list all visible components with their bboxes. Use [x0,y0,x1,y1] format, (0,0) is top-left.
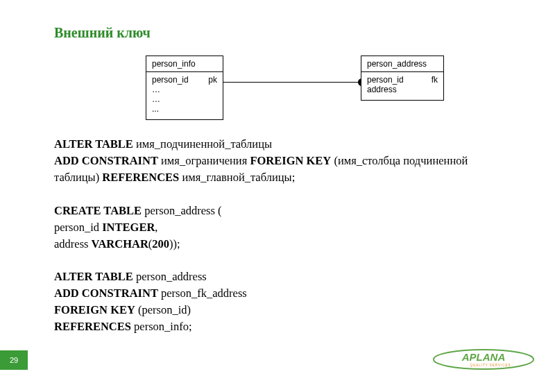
col-name: … [152,85,160,94]
entity-row: … [152,94,217,104]
col-name: address [367,85,397,94]
er-diagram: person_info person_id pk … … ... per [146,56,444,118]
slide-title: Внешний ключ [54,25,151,41]
code-line: таблицы) REFERENCES имя_главной_таблицы; [54,169,501,186]
code-line: person_id INTEGER, [54,219,501,236]
aplana-logo: APLANA QUALITY SERVICES [432,348,536,371]
entity-row: person_id pk [152,75,217,85]
code-line: ADD CONSTRAINT имя_ограничения FOREIGN K… [54,153,501,169]
entity-header: person_info [146,56,223,72]
col-name: ... [152,104,159,114]
col-key: pk [208,75,217,85]
entity-row: address [367,85,438,94]
logo-subtext: QUALITY SERVICES [470,364,511,367]
entity-row: … [152,85,217,94]
page-number-badge: 29 [0,350,28,370]
code-line: ADD CONSTRAINT person_fk_address [54,285,501,302]
entity-body: person_id fk address [361,72,443,100]
code-line: address VARCHAR(200)); [54,236,501,253]
col-key: fk [432,75,438,85]
col-name: person_id [152,75,189,85]
entity-body: person_id pk … … ... [146,72,223,119]
entity-person-address: person_address person_id fk address [361,56,444,101]
code-blank [54,186,501,203]
slide: Внешний ключ person_info person_id pk … … [0,0,555,392]
code-blank [54,252,501,269]
entity-header: person_address [361,56,443,72]
entity-row: ... [152,104,217,114]
entity-row: person_id fk [367,75,438,85]
sql-code-block: ALTER TABLE имя_подчиненной_таблицы ADD … [54,136,501,335]
logo-text: APLANA [461,351,506,363]
col-name: … [152,94,160,104]
code-line: CREATE TABLE person_address ( [54,203,501,219]
code-line: ALTER TABLE имя_подчиненной_таблицы [54,136,501,153]
entity-person-info: person_info person_id pk … … ... [146,56,223,120]
code-line: ALTER TABLE person_address [54,269,501,285]
relationship-line [223,82,361,83]
col-name: person_id [367,75,404,85]
code-line: FOREIGN KEY (person_id) [54,302,501,318]
code-line: REFERENCES person_info; [54,318,501,335]
